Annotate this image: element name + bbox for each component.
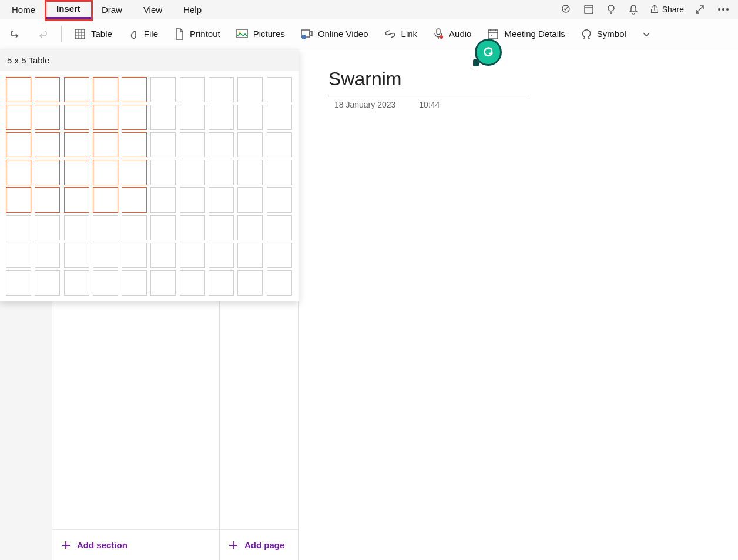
table-cell[interactable] bbox=[209, 243, 234, 268]
table-cell[interactable] bbox=[64, 77, 89, 102]
table-cell[interactable] bbox=[267, 243, 292, 268]
table-cell[interactable] bbox=[64, 215, 89, 240]
table-cell[interactable] bbox=[209, 270, 234, 296]
table-cell[interactable] bbox=[6, 215, 31, 240]
table-cell[interactable] bbox=[237, 105, 263, 130]
table-cell[interactable] bbox=[209, 105, 234, 130]
table-cell[interactable] bbox=[150, 105, 176, 130]
table-cell[interactable] bbox=[150, 270, 176, 296]
table-cell[interactable] bbox=[267, 160, 292, 185]
table-cell[interactable] bbox=[267, 215, 292, 240]
table-cell[interactable] bbox=[237, 160, 263, 185]
table-cell[interactable] bbox=[6, 187, 31, 213]
table-cell[interactable] bbox=[209, 187, 234, 213]
table-cell[interactable] bbox=[122, 243, 147, 268]
symbol-button[interactable]: Symbol bbox=[577, 26, 630, 42]
page-title[interactable]: Swarnim bbox=[328, 68, 529, 95]
table-cell[interactable] bbox=[150, 243, 176, 268]
table-cell[interactable] bbox=[150, 160, 176, 185]
table-cell[interactable] bbox=[180, 77, 205, 102]
fullscreen-icon[interactable] bbox=[693, 3, 706, 16]
table-cell[interactable] bbox=[64, 270, 89, 296]
sync-icon[interactable] bbox=[560, 3, 573, 16]
menu-draw[interactable]: Draw bbox=[91, 1, 133, 18]
table-cell[interactable] bbox=[237, 270, 263, 296]
table-cell[interactable] bbox=[93, 215, 118, 240]
table-cell[interactable] bbox=[180, 132, 205, 157]
table-cell[interactable] bbox=[122, 270, 147, 296]
table-cell[interactable] bbox=[64, 105, 89, 130]
table-cell[interactable] bbox=[35, 215, 60, 240]
table-cell[interactable] bbox=[122, 77, 147, 102]
page-canvas[interactable]: Swarnim 18 January 2023 10:44 bbox=[299, 49, 738, 560]
table-cell[interactable] bbox=[150, 132, 176, 157]
table-picker-grid[interactable] bbox=[0, 71, 299, 301]
printout-button[interactable]: Printout bbox=[170, 25, 224, 43]
table-cell[interactable] bbox=[35, 243, 60, 268]
more-icon[interactable] bbox=[716, 8, 731, 11]
grammarly-badge[interactable] bbox=[475, 39, 502, 66]
table-cell[interactable] bbox=[150, 77, 176, 102]
add-section-button[interactable]: Add section bbox=[52, 529, 219, 560]
table-cell[interactable] bbox=[93, 160, 118, 185]
online-video-button[interactable]: Online Video bbox=[297, 26, 372, 42]
menu-home[interactable]: Home bbox=[1, 1, 46, 18]
table-button[interactable]: Table bbox=[70, 25, 116, 43]
meeting-details-button[interactable]: Meeting Details bbox=[483, 25, 568, 43]
table-cell[interactable] bbox=[180, 270, 205, 296]
table-cell[interactable] bbox=[237, 132, 263, 157]
table-cell[interactable] bbox=[122, 105, 147, 130]
table-cell[interactable] bbox=[35, 187, 60, 213]
table-cell[interactable] bbox=[180, 243, 205, 268]
table-cell[interactable] bbox=[6, 270, 31, 296]
bell-icon[interactable] bbox=[627, 3, 640, 16]
table-cell[interactable] bbox=[180, 105, 205, 130]
table-cell[interactable] bbox=[180, 160, 205, 185]
pictures-button[interactable]: Pictures bbox=[232, 26, 289, 42]
table-cell[interactable] bbox=[64, 132, 89, 157]
table-cell[interactable] bbox=[93, 105, 118, 130]
menu-help[interactable]: Help bbox=[173, 1, 212, 18]
share-button[interactable]: Share bbox=[649, 4, 684, 15]
table-cell[interactable] bbox=[237, 243, 263, 268]
table-cell[interactable] bbox=[93, 243, 118, 268]
link-button[interactable]: Link bbox=[380, 26, 421, 42]
menu-insert[interactable]: Insert bbox=[46, 0, 91, 19]
table-cell[interactable] bbox=[93, 132, 118, 157]
undo-button[interactable] bbox=[5, 25, 25, 43]
table-cell[interactable] bbox=[122, 132, 147, 157]
table-cell[interactable] bbox=[209, 132, 234, 157]
redo-button[interactable] bbox=[33, 25, 53, 43]
table-cell[interactable] bbox=[267, 132, 292, 157]
table-cell[interactable] bbox=[64, 187, 89, 213]
table-cell[interactable] bbox=[35, 77, 60, 102]
table-cell[interactable] bbox=[35, 132, 60, 157]
table-cell[interactable] bbox=[93, 77, 118, 102]
table-cell[interactable] bbox=[209, 215, 234, 240]
table-cell[interactable] bbox=[122, 215, 147, 240]
table-cell[interactable] bbox=[6, 77, 31, 102]
table-cell[interactable] bbox=[209, 77, 234, 102]
table-cell[interactable] bbox=[180, 215, 205, 240]
table-cell[interactable] bbox=[150, 215, 176, 240]
table-cell[interactable] bbox=[237, 77, 263, 102]
table-cell[interactable] bbox=[64, 160, 89, 185]
table-cell[interactable] bbox=[267, 187, 292, 213]
table-cell[interactable] bbox=[64, 243, 89, 268]
table-cell[interactable] bbox=[6, 160, 31, 185]
feed-icon[interactable] bbox=[582, 3, 595, 16]
add-page-button[interactable]: Add page bbox=[220, 529, 298, 560]
table-cell[interactable] bbox=[122, 160, 147, 185]
table-cell[interactable] bbox=[237, 215, 263, 240]
table-cell[interactable] bbox=[150, 187, 176, 213]
table-cell[interactable] bbox=[93, 187, 118, 213]
table-cell[interactable] bbox=[267, 270, 292, 296]
table-cell[interactable] bbox=[267, 105, 292, 130]
table-cell[interactable] bbox=[6, 132, 31, 157]
table-cell[interactable] bbox=[209, 160, 234, 185]
lightbulb-icon[interactable] bbox=[605, 3, 618, 16]
table-cell[interactable] bbox=[35, 160, 60, 185]
file-button[interactable]: File bbox=[124, 25, 162, 43]
table-cell[interactable] bbox=[35, 105, 60, 130]
table-cell[interactable] bbox=[6, 243, 31, 268]
